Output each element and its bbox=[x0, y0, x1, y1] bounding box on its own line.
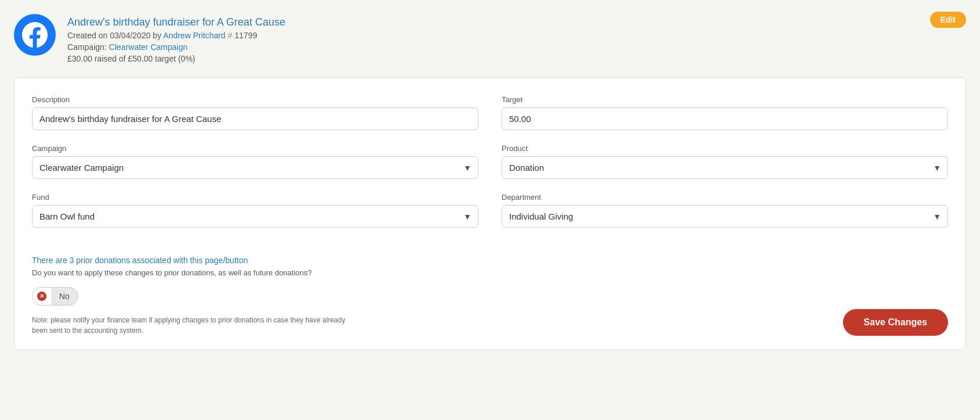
save-btn-wrapper: Save Changes bbox=[843, 309, 948, 336]
product-label: Product bbox=[502, 144, 948, 153]
bottom-area: There are 3 prior donations associated w… bbox=[32, 242, 948, 336]
campaign-group: Campaign Clearwater Campaign ▼ bbox=[32, 144, 478, 179]
form-grid: Description Target Campaign Clearwater C… bbox=[32, 95, 948, 228]
fund-select[interactable]: Barn Owl fund bbox=[32, 205, 478, 228]
prior-title: There are 3 prior donations associated w… bbox=[32, 256, 357, 265]
header-section: Andrew's birthday fundraiser for A Great… bbox=[14, 12, 966, 63]
page-wrapper: Edit Andrew's birthday fundraiser for A … bbox=[14, 12, 966, 350]
created-meta: Created on 03/04/2020 by Andrew Pritchar… bbox=[67, 31, 286, 40]
toggle-row: ✕ No bbox=[32, 287, 357, 306]
prior-note: Note: please notify your finance team if… bbox=[32, 315, 357, 336]
fund-select-wrapper: Barn Owl fund ▼ bbox=[32, 205, 478, 228]
header-info: Andrew's birthday fundraiser for A Great… bbox=[67, 14, 286, 63]
toggle-no-label: No bbox=[51, 289, 78, 303]
author-link[interactable]: Andrew Pritchard bbox=[163, 31, 225, 40]
fundraiser-title: Andrew's birthday fundraiser for A Great… bbox=[67, 16, 286, 28]
department-select[interactable]: Individual Giving bbox=[502, 205, 948, 228]
fund-group: Fund Barn Owl fund ▼ bbox=[32, 193, 478, 228]
fund-label: Fund bbox=[32, 193, 478, 202]
save-changes-button[interactable]: Save Changes bbox=[843, 309, 948, 336]
edit-button[interactable]: Edit bbox=[930, 12, 966, 28]
product-select[interactable]: Donation bbox=[502, 156, 948, 179]
department-group: Department Individual Giving ▼ bbox=[502, 193, 948, 228]
prior-subtitle: Do you want to apply these changes to pr… bbox=[32, 267, 357, 279]
target-group: Target bbox=[502, 95, 948, 130]
product-group: Product Donation ▼ bbox=[502, 144, 948, 179]
department-select-wrapper: Individual Giving ▼ bbox=[502, 205, 948, 228]
prior-donations-section: There are 3 prior donations associated w… bbox=[32, 256, 357, 336]
target-label: Target bbox=[502, 95, 948, 104]
description-group: Description bbox=[32, 95, 478, 130]
product-select-wrapper: Donation ▼ bbox=[502, 156, 948, 179]
description-input[interactable] bbox=[32, 107, 478, 130]
target-input[interactable] bbox=[502, 107, 948, 130]
campaign-label: Campaign bbox=[32, 144, 478, 153]
toggle-no-button[interactable]: ✕ bbox=[33, 288, 51, 305]
facebook-icon bbox=[14, 14, 56, 56]
description-label: Description bbox=[32, 95, 478, 104]
campaign-select[interactable]: Clearwater Campaign bbox=[32, 156, 478, 179]
campaign-meta: Campaign: Clearwater Campaign bbox=[67, 42, 286, 52]
x-icon: ✕ bbox=[37, 292, 46, 301]
main-card: Description Target Campaign Clearwater C… bbox=[14, 77, 966, 350]
campaign-link[interactable]: Clearwater Campaign bbox=[109, 42, 188, 52]
toggle-pill: ✕ No bbox=[32, 287, 78, 306]
department-label: Department bbox=[502, 193, 948, 202]
campaign-select-wrapper: Clearwater Campaign ▼ bbox=[32, 156, 478, 179]
raised-meta: £30.00 raised of £50.00 target (0%) bbox=[67, 54, 286, 63]
